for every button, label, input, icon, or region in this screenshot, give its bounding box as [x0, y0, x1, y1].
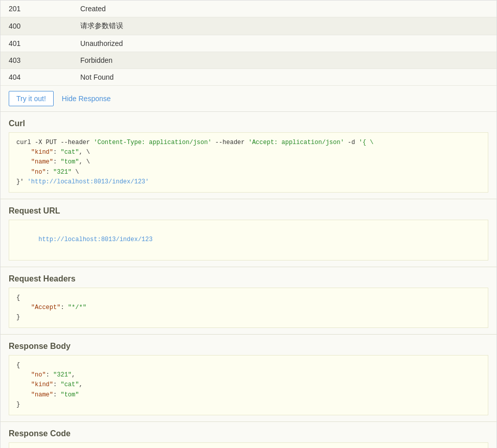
curl-command: curl -X PUT --header 'Content-Type: appl…: [9, 132, 488, 193]
status-description: 请求参数错误: [72, 17, 496, 35]
status-code: 201: [1, 1, 72, 17]
try-it-row: Try it out! Hide Response: [1, 86, 496, 112]
request-headers-title: Request Headers: [9, 267, 488, 288]
status-description: Forbidden: [72, 52, 496, 69]
hide-response-link[interactable]: Hide Response: [62, 95, 111, 103]
request-headers-section: Request Headers { "Accept": "*/*" }: [1, 267, 496, 335]
status-description: Not Found: [72, 69, 496, 86]
status-code: 404: [1, 69, 72, 86]
status-table: 201Created400请求参数错误401Unauthorized403For…: [1, 1, 496, 86]
response-body-title: Response Body: [9, 335, 488, 355]
request-url-value: http://localhost:8013/index/123: [9, 220, 488, 261]
response-code-value: 200: [9, 442, 488, 448]
status-code: 403: [1, 52, 72, 69]
status-description: Created: [72, 1, 496, 17]
curl-section: Curl curl -X PUT --header 'Content-Type:…: [1, 112, 496, 199]
response-body-section: Response Body { "no": "321", "kind": "ca…: [1, 335, 496, 421]
try-it-button[interactable]: Try it out!: [9, 91, 54, 106]
response-code-title: Response Code: [9, 422, 488, 442]
curl-title: Curl: [9, 112, 488, 132]
response-code-section: Response Code 200: [1, 422, 496, 448]
response-body-value: { "no": "321", "kind": "cat", "name": "t…: [9, 355, 488, 415]
status-description: Unauthorized: [72, 35, 496, 52]
request-url-section: Request URL http://localhost:8013/index/…: [1, 199, 496, 267]
request-headers-value: { "Accept": "*/*" }: [9, 288, 488, 328]
status-code: 400: [1, 17, 72, 35]
request-url-title: Request URL: [9, 199, 488, 220]
main-container: 201Created400请求参数错误401Unauthorized403For…: [0, 0, 497, 448]
status-code: 401: [1, 35, 72, 52]
